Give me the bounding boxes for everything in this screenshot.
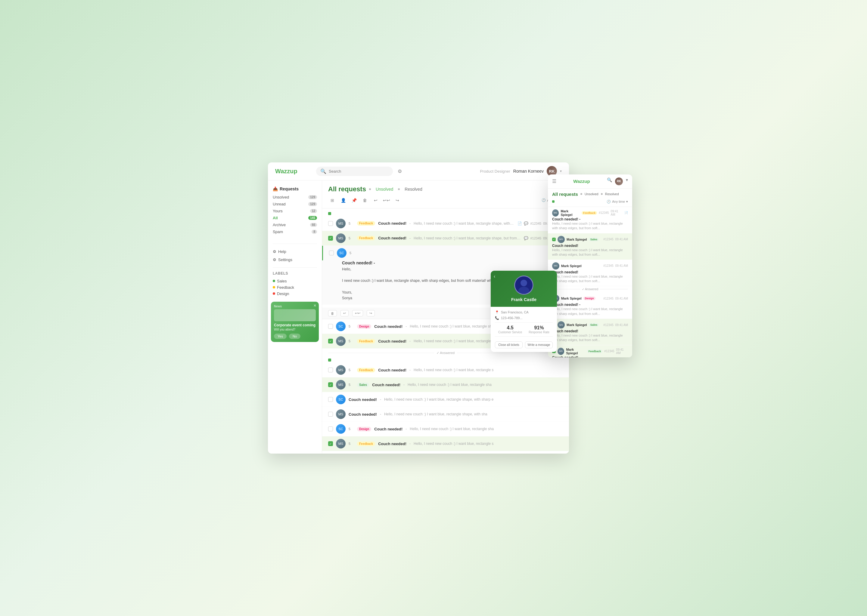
list-item[interactable]: MS Mark Spiegel Feedback #12345 09:41 AM…	[548, 207, 632, 233]
label-feedback[interactable]: Feedback	[273, 284, 317, 291]
overlay-ticket-preview: Hello, I need new couch :) I want blue, …	[552, 274, 628, 284]
list-item[interactable]: ✓ MS Mark Spiegel Sales #12345 09:41 AM …	[548, 319, 632, 345]
list-item[interactable]: ✓ MS Mark Spiegel Sales #12345 09:41 AM …	[548, 233, 632, 260]
write-message-button[interactable]: Write a message	[525, 341, 553, 348]
overlay-search-icon[interactable]: 🔍	[607, 178, 612, 185]
reply-all-button[interactable]: ↩↩	[352, 310, 363, 316]
overlay-ticket-preview: Hello, I need new couch :) I want blue, …	[552, 307, 628, 316]
list-item[interactable]: ✓ MS Mark Spiegel Feedback #12345 09:41 …	[548, 345, 632, 357]
toolbar-reply-icon[interactable]: ↩	[372, 196, 380, 204]
overlay-ticket-id: #12345	[599, 211, 609, 214]
table-row[interactable]: SC 5 Design Couch needed! - Hello, I nee…	[322, 422, 569, 437]
overlay-filter-unsolved[interactable]: Unsolved	[585, 192, 599, 196]
svg-point-1	[520, 280, 527, 286]
forward-button[interactable]: ↪	[367, 310, 375, 316]
label-design[interactable]: Design	[273, 291, 317, 297]
table-row[interactable]: ✓ MS 5 Sales Couch needed! - Hello, I ne…	[322, 377, 569, 392]
sidebar-item-help[interactable]: ⚙ Help	[268, 248, 322, 256]
sidebar-item-all[interactable]: All 145	[273, 214, 317, 222]
overlay-avatar[interactable]: RK	[615, 178, 623, 185]
filter-icon[interactable]: ⚙	[398, 168, 402, 174]
overlay-ticket-avatar: MS	[552, 209, 559, 217]
search-container[interactable]: 🔍	[316, 167, 393, 176]
list-item[interactable]: MS Mark Spiegel Design #12345 09:41 AM C…	[548, 292, 632, 319]
table-row[interactable]: SC 5	[322, 246, 569, 261]
filter-unsolved[interactable]: Unsolved	[374, 186, 395, 192]
sidebar-item-yours[interactable]: Yours 12	[273, 207, 317, 214]
overlay-any-time[interactable]: 🕐 Any time ▾	[607, 200, 628, 204]
label-sales[interactable]: Sales	[273, 278, 317, 284]
ticket-preview: Hello, I need new couch :) I want blue, …	[414, 368, 563, 372]
ticket-checkbox[interactable]: ✓	[328, 441, 333, 446]
overlay-dot-sep	[580, 193, 582, 195]
ticket-checkbox[interactable]: ✓	[328, 236, 333, 240]
ticket-checkbox[interactable]	[328, 426, 333, 431]
news-close-icon[interactable]: ✕	[314, 303, 317, 308]
search-input[interactable]	[329, 169, 389, 174]
delete-ticket-button[interactable]: 🗑	[328, 310, 337, 316]
table-row[interactable]: MS 5 Feedback Couch needed! - Hello, I n…	[322, 216, 569, 231]
ticket-subject: Couch needed!	[374, 427, 402, 431]
dash-sep: -	[410, 236, 411, 240]
chevron-down-icon: ▾	[560, 169, 562, 173]
unsolved-badge: 129	[308, 195, 317, 199]
ticket-checkbox[interactable]	[328, 221, 333, 226]
ticket-checkbox[interactable]	[329, 251, 334, 255]
news-card-title: Corporate event coming	[274, 323, 316, 327]
all-badge: 145	[308, 216, 317, 220]
toolbar-reply-all-icon[interactable]: ↩↩	[382, 196, 391, 204]
feedback-dot	[273, 286, 275, 288]
overlay-checkbox[interactable]: ✓	[552, 237, 556, 241]
overlay-dot-sep-2	[601, 193, 603, 195]
ticket-subject: Couch needed!	[378, 368, 407, 372]
overlay-ticket-time: 09:41 AM	[615, 264, 628, 267]
toolbar-user-icon[interactable]: 👤	[339, 196, 347, 204]
overlay-ticket-time: 09:41 AM	[615, 323, 628, 327]
chat-icon: 💬	[524, 222, 528, 226]
toolbar-delete-icon[interactable]: 🗑	[361, 196, 369, 204]
ticket-checkbox[interactable]: ✓	[328, 382, 333, 387]
ticket-tag: Feedback	[357, 221, 375, 226]
sidebar-item-unread[interactable]: Unread 129	[273, 201, 317, 207]
close-all-tickets-button[interactable]: Close all tickets	[495, 341, 523, 348]
sidebar-item-spam[interactable]: Spam 8	[273, 228, 317, 235]
overlay-ticket-preview: Hello, I need new couch :) I want blue, …	[552, 222, 628, 231]
overlay-answered-separator: ✓ Answered	[548, 286, 632, 292]
table-row[interactable]: ✓ MS 5 Feedback Couch needed! - Hello, I…	[322, 231, 569, 246]
list-item[interactable]: MS Mark Spiegel #12345 09:41 AM Couch ne…	[548, 260, 632, 286]
overlay-ticket-time: 09:41 AM	[611, 210, 623, 216]
filter-resolved[interactable]: Resolved	[403, 186, 424, 192]
table-row[interactable]: SC Couch needed! - Hello, I need new cou…	[322, 392, 569, 407]
table-row[interactable]: ✓ MS 5 Feedback Couch needed! - Hello, I…	[322, 437, 569, 451]
overlay-ticket-avatar: MS	[558, 236, 565, 243]
ticket-num: 5	[348, 325, 354, 328]
table-row[interactable]: MS Couch needed! - Hello, I need new cou…	[322, 407, 569, 422]
toolbar-pin-icon[interactable]: 📌	[350, 196, 358, 204]
reply-button[interactable]: ↩	[340, 310, 348, 316]
menu-icon[interactable]: ☰	[552, 178, 556, 184]
ticket-checkbox[interactable]	[328, 324, 333, 329]
ticket-num: 5	[348, 339, 354, 343]
news-no-button[interactable]: No	[289, 333, 300, 339]
ticket-subject: Couch needed!	[378, 236, 407, 240]
ticket-checkbox[interactable]	[328, 412, 333, 416]
sidebar-item-unsolved[interactable]: Unsolved 129	[273, 194, 317, 201]
group-header-2	[322, 357, 569, 363]
contact-location-row: 📍 San Francisco, CA	[495, 310, 553, 314]
ticket-avatar: MS	[336, 439, 345, 448]
logo: Wazzup	[275, 168, 311, 175]
news-yes-button[interactable]: Yes	[274, 333, 287, 339]
sidebar-requests-title: 📥 Requests	[273, 187, 317, 191]
ticket-checkbox[interactable]: ✓	[328, 339, 333, 344]
ticket-checkbox[interactable]	[328, 397, 333, 402]
spam-badge: 8	[312, 230, 317, 234]
overlay-filter-resolved[interactable]: Resolved	[605, 192, 619, 196]
ticket-checkbox[interactable]	[328, 368, 333, 372]
table-row[interactable]: MS 5 Feedback Couch needed! - Hello, I n…	[322, 363, 569, 377]
toolbar-grid-icon[interactable]: ⊞	[328, 196, 337, 204]
toolbar-forward-icon[interactable]: ↪	[393, 196, 402, 204]
ticket-subject: Couch needed!	[378, 339, 407, 344]
back-icon[interactable]: ‹	[494, 274, 495, 279]
sidebar-item-settings[interactable]: ⚙ Settings	[268, 256, 322, 264]
sidebar-item-archive[interactable]: Archive 66	[273, 222, 317, 228]
